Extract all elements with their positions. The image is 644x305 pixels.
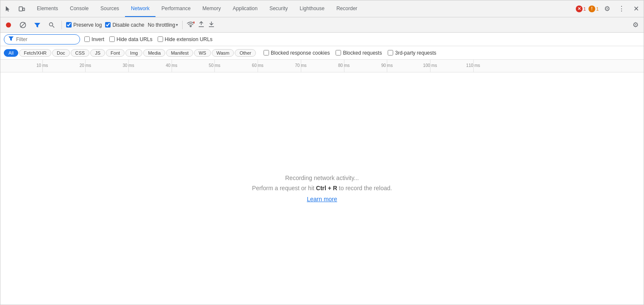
- svg-point-8: [190, 26, 191, 27]
- third-party-check[interactable]: 3rd-party requests: [388, 50, 436, 56]
- close-btn[interactable]: ✕: [630, 3, 642, 15]
- svg-line-4: [21, 22, 25, 27]
- error-count: 1: [583, 6, 586, 11]
- type-tab-wasm[interactable]: Wasm: [212, 49, 234, 57]
- type-tab-img[interactable]: Img: [125, 49, 142, 57]
- toolbar: Preserve log Disable cache No throttling…: [0, 17, 644, 33]
- timeline-tick: 80 ms: [338, 63, 350, 68]
- tab-lighthouse[interactable]: Lighthouse: [294, 0, 330, 17]
- hide-extension-urls-check[interactable]: Hide extension URLs: [158, 36, 213, 42]
- nav-tabs: Elements Console Sources Network Perform…: [31, 0, 576, 17]
- timeline-tick: 50 ms: [209, 63, 220, 68]
- error-icon: ✕: [576, 6, 583, 12]
- filter-input-wrap[interactable]: [4, 34, 80, 44]
- toolbar-separator-1: [61, 21, 62, 29]
- warn-icon: !: [588, 6, 595, 12]
- download-icon[interactable]: [208, 21, 215, 29]
- type-tab-doc[interactable]: Doc: [52, 49, 70, 57]
- type-tab-manifest[interactable]: Manifest: [166, 49, 193, 57]
- blocked-requests-check[interactable]: Blocked requests: [336, 50, 382, 56]
- svg-rect-0: [19, 7, 22, 11]
- nav-right: ✕ 1 ! 1 ⚙ ⋮ ✕: [576, 3, 642, 15]
- preserve-log-checkbox[interactable]: [66, 22, 72, 28]
- blocked-response-check[interactable]: Blocked response cookies: [264, 50, 330, 56]
- filter-row: Invert Hide data URLs Hide extension URL…: [0, 33, 644, 46]
- timeline-tick: 60 ms: [252, 63, 264, 68]
- settings-btn[interactable]: ⚙: [601, 3, 613, 15]
- tab-sources[interactable]: Sources: [94, 0, 125, 17]
- warn-count: 1: [596, 6, 599, 11]
- disable-cache-checkbox[interactable]: [105, 22, 111, 28]
- svg-rect-1: [23, 8, 25, 11]
- throttle-text: No throttling: [148, 22, 175, 28]
- svg-marker-15: [8, 36, 14, 41]
- tab-console[interactable]: Console: [64, 0, 94, 17]
- type-tab-other[interactable]: Other: [235, 49, 256, 57]
- timeline-tick: 110 ms: [466, 63, 480, 68]
- filter-icon: [8, 36, 14, 42]
- timeline-tick: 70 ms: [295, 63, 306, 68]
- svg-point-6: [50, 22, 53, 26]
- invert-check[interactable]: Invert: [84, 36, 104, 42]
- timeline-tick: 90 ms: [381, 63, 393, 68]
- tab-elements[interactable]: Elements: [31, 0, 64, 17]
- hide-data-urls-check[interactable]: Hide data URLs: [109, 36, 153, 42]
- network-settings-btn[interactable]: ⚙: [630, 19, 641, 30]
- svg-line-7: [53, 26, 54, 28]
- throttle-arrow-icon: ▾: [176, 22, 178, 27]
- tab-memory[interactable]: Memory: [197, 0, 227, 17]
- filter-toggle-btn[interactable]: [32, 19, 43, 30]
- tab-performance[interactable]: Performance: [155, 0, 197, 17]
- third-party-checkbox[interactable]: [388, 50, 393, 55]
- type-tab-css[interactable]: CSS: [71, 49, 90, 57]
- timeline-tick: 20 ms: [80, 63, 91, 68]
- cursor-icon-btn[interactable]: [2, 3, 14, 15]
- top-nav: Elements Console Sources Network Perform…: [0, 0, 644, 17]
- toolbar-separator-2: [182, 21, 183, 29]
- blocked-requests-checkbox[interactable]: [336, 50, 341, 55]
- filter-input[interactable]: [16, 36, 67, 42]
- type-tab-fetch-xhr[interactable]: Fetch/XHR: [19, 49, 51, 57]
- tab-security[interactable]: Security: [264, 0, 294, 17]
- filter-checks: Invert Hide data URLs Hide extension URL…: [84, 36, 212, 42]
- wifi-icon[interactable]: [187, 21, 194, 29]
- type-tab-ws[interactable]: WS: [194, 49, 211, 57]
- timeline-tick: 100 ms: [423, 63, 437, 68]
- timeline-tick: 10 ms: [36, 63, 48, 68]
- instruction-text: Perform a request or hit Ctrl + R to rec…: [252, 185, 392, 191]
- tab-network[interactable]: Network: [125, 0, 155, 17]
- timeline-tick: 40 ms: [166, 63, 177, 68]
- more-btn[interactable]: ⋮: [616, 3, 627, 15]
- tab-application[interactable]: Application: [227, 0, 264, 17]
- svg-marker-5: [34, 23, 40, 28]
- tab-recorder[interactable]: Recorder: [330, 0, 363, 17]
- error-badge[interactable]: ✕ 1: [576, 6, 586, 12]
- hide-data-urls-checkbox[interactable]: [109, 36, 115, 42]
- upload-icon[interactable]: [198, 21, 205, 29]
- timeline-header: 10 ms20 ms30 ms40 ms50 ms60 ms70 ms80 ms…: [0, 60, 644, 72]
- type-tab-js[interactable]: JS: [90, 49, 105, 57]
- type-tab-media[interactable]: Media: [143, 49, 165, 57]
- instruction-shortcut: Ctrl + R: [316, 185, 337, 191]
- preserve-log-label[interactable]: Preserve log: [66, 22, 102, 28]
- blocked-response-checkbox[interactable]: [264, 50, 269, 55]
- clear-btn[interactable]: [17, 19, 28, 30]
- type-checkboxes: Blocked response cookies Blocked request…: [264, 50, 436, 56]
- device-toggle-btn[interactable]: [16, 3, 28, 15]
- type-tab-all[interactable]: All: [4, 49, 18, 57]
- recording-text: Recording network activity...: [285, 175, 359, 181]
- throttle-select[interactable]: No throttling ▾: [148, 22, 178, 28]
- search-btn[interactable]: [46, 19, 57, 30]
- invert-checkbox[interactable]: [84, 36, 90, 42]
- warn-badge[interactable]: ! 1: [588, 6, 599, 12]
- disable-cache-label[interactable]: Disable cache: [105, 22, 144, 28]
- type-filter-row: All Fetch/XHR Doc CSS JS Font Img Media …: [0, 46, 644, 60]
- learn-more-link[interactable]: Learn more: [307, 196, 337, 202]
- devtools-window: Elements Console Sources Network Perform…: [0, 0, 644, 305]
- record-stop-btn[interactable]: [3, 19, 14, 30]
- hide-extension-urls-checkbox[interactable]: [158, 36, 163, 42]
- main-content: Recording network activity... Perform a …: [0, 72, 644, 305]
- timeline-tick: 30 ms: [122, 63, 134, 68]
- nav-icons: [2, 3, 28, 15]
- type-tab-font[interactable]: Font: [106, 49, 125, 57]
